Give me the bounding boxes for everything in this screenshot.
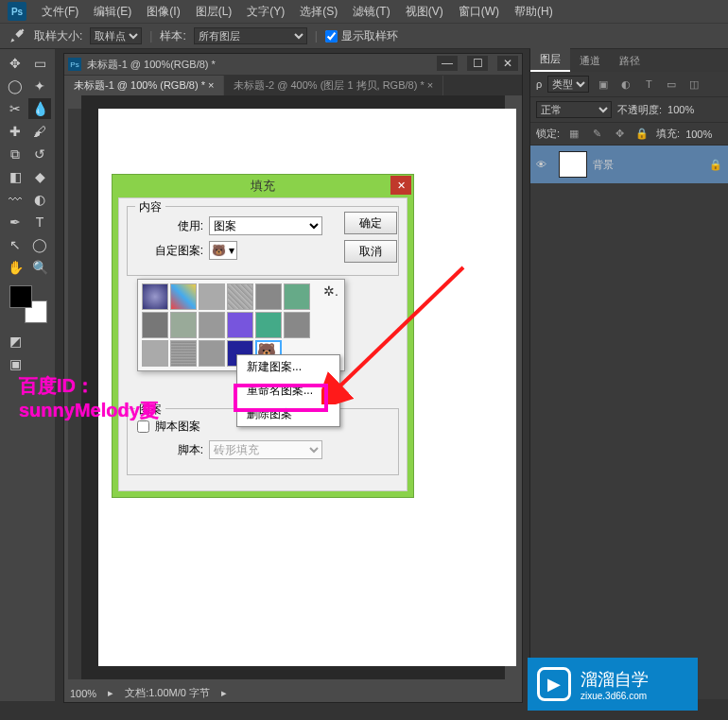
menu-edit[interactable]: 编辑(E) bbox=[86, 4, 139, 20]
wand-tool[interactable]: ✦ bbox=[28, 76, 51, 96]
menu-layer[interactable]: 图层(L) bbox=[188, 4, 240, 20]
script-label: 脚本: bbox=[137, 442, 203, 458]
doc-tab-2[interactable]: 未标题-2 @ 400% (图层 1 拷贝, RGB/8) * × bbox=[224, 76, 443, 95]
opacity-value[interactable]: 100% bbox=[667, 104, 694, 115]
sample-size-select[interactable]: 取样点 bbox=[90, 27, 142, 44]
ruler-left bbox=[68, 109, 81, 679]
pattern-legend: 图案 bbox=[135, 402, 165, 418]
pattern-thumb[interactable] bbox=[284, 283, 310, 310]
lasso-tool[interactable]: ◯ bbox=[4, 76, 26, 96]
menu-file[interactable]: 文件(F) bbox=[34, 4, 86, 20]
pattern-thumb[interactable] bbox=[199, 340, 225, 367]
tab-channels[interactable]: 通道 bbox=[570, 50, 610, 72]
lock-move-icon[interactable]: ✥ bbox=[611, 128, 628, 140]
pen-tool[interactable]: ✒ bbox=[4, 212, 26, 232]
pattern-thumb[interactable] bbox=[170, 283, 197, 310]
menu-type[interactable]: 文字(Y) bbox=[239, 4, 292, 20]
color-swatches[interactable] bbox=[9, 285, 47, 323]
use-select[interactable]: 图案 bbox=[209, 216, 322, 235]
move-tool[interactable]: ✥ bbox=[4, 53, 26, 74]
doc-close-button[interactable]: ✕ bbox=[497, 56, 518, 71]
screenmode-tool[interactable]: ▣ bbox=[4, 353, 26, 374]
doc-tab-1[interactable]: 未标题-1 @ 100% (RGB/8) * × bbox=[64, 76, 224, 95]
eraser-tool[interactable]: ◧ bbox=[4, 166, 26, 187]
path-tool[interactable]: ↖ bbox=[4, 234, 26, 255]
tab-paths[interactable]: 路径 bbox=[610, 50, 650, 72]
document-titlebar: Ps 未标题-1 @ 100%(RGB/8) * — ☐ ✕ bbox=[64, 54, 522, 75]
stamp-tool[interactable]: ⧉ bbox=[4, 144, 26, 164]
pattern-thumb[interactable] bbox=[255, 312, 282, 338]
pattern-thumb[interactable] bbox=[199, 312, 225, 338]
script-pattern-check[interactable] bbox=[137, 420, 149, 433]
menu-bar: Ps 文件(F) 编辑(E) 图像(I) 图层(L) 文字(Y) 选择(S) 滤… bbox=[0, 0, 728, 23]
text-tool[interactable]: T bbox=[28, 212, 51, 232]
menu-select[interactable]: 选择(S) bbox=[292, 4, 345, 20]
document-title: 未标题-1 @ 100%(RGB/8) * bbox=[87, 58, 216, 72]
doc-maximize-button[interactable]: ☐ bbox=[467, 56, 488, 71]
layer-thumbnail[interactable] bbox=[559, 151, 587, 178]
layer-filter-select[interactable]: 类型 bbox=[547, 76, 589, 93]
pattern-thumb[interactable] bbox=[170, 312, 197, 338]
pattern-thumb[interactable] bbox=[142, 340, 168, 367]
pattern-thumb[interactable] bbox=[255, 283, 282, 310]
gear-icon[interactable]: ✲. bbox=[323, 283, 338, 299]
menu-window[interactable]: 窗口(W) bbox=[451, 4, 507, 20]
chevron-right-icon[interactable]: ▸ bbox=[108, 687, 113, 699]
script-select[interactable]: 砖形填充 bbox=[209, 440, 322, 459]
lock-paint-icon[interactable]: ✎ bbox=[588, 128, 605, 140]
filter-shape-icon[interactable]: ▭ bbox=[663, 78, 680, 91]
blend-mode-select[interactable]: 正常 bbox=[536, 101, 612, 118]
zoom-readout[interactable]: 100% bbox=[70, 688, 96, 699]
pattern-thumb[interactable] bbox=[142, 312, 168, 338]
brand-badge: ▶ 溜溜自学 zixue.3d66.com bbox=[528, 658, 698, 711]
dialog-close-button[interactable]: ✕ bbox=[390, 176, 411, 195]
visibility-icon[interactable]: 👁 bbox=[536, 159, 553, 170]
tab-layers[interactable]: 图层 bbox=[530, 48, 570, 72]
filter-adjust-icon[interactable]: ◐ bbox=[617, 78, 634, 91]
doc-minimize-button[interactable]: — bbox=[437, 56, 458, 71]
shape-tool[interactable]: ◯ bbox=[28, 234, 51, 255]
zoom-tool[interactable]: 🔍 bbox=[28, 257, 51, 278]
crop-tool[interactable]: ✂ bbox=[4, 98, 26, 119]
menu-view[interactable]: 视图(V) bbox=[398, 4, 451, 20]
filter-image-icon[interactable]: ▣ bbox=[595, 78, 612, 91]
menu-help[interactable]: 帮助(H) bbox=[507, 4, 561, 20]
fill-value[interactable]: 100% bbox=[685, 129, 712, 140]
brush-tool[interactable]: 🖌 bbox=[28, 121, 51, 142]
pattern-thumb[interactable] bbox=[142, 283, 168, 310]
ctx-rename-pattern[interactable]: 重命名图案... bbox=[237, 379, 339, 403]
fill-dialog: 填充 ✕ 确定 取消 内容 使用: 图案 自定图案: 🐻 ▾ ✲. bbox=[112, 174, 414, 498]
show-ring-check[interactable]: 显示取样环 bbox=[325, 28, 398, 44]
doc-size-readout: 文档:1.00M/0 字节 bbox=[125, 686, 210, 700]
pattern-thumb[interactable] bbox=[227, 283, 253, 310]
hand-tool[interactable]: ✋ bbox=[4, 257, 26, 278]
history-brush-tool[interactable]: ↺ bbox=[28, 144, 51, 164]
menu-filter[interactable]: 滤镜(T) bbox=[345, 4, 397, 20]
blur-tool[interactable]: 〰 bbox=[4, 189, 26, 210]
dodge-tool[interactable]: ◐ bbox=[28, 189, 51, 210]
ctx-new-pattern[interactable]: 新建图案... bbox=[237, 355, 339, 379]
pattern-swatch[interactable]: 🐻 ▾ bbox=[209, 241, 237, 260]
eyedropper-tool[interactable]: 💧 bbox=[28, 98, 51, 119]
lock-trans-icon[interactable]: ▦ bbox=[565, 128, 582, 140]
ctx-delete-pattern[interactable]: 删除图案 bbox=[237, 403, 339, 426]
heal-tool[interactable]: ✚ bbox=[4, 121, 26, 142]
app-logo: Ps bbox=[8, 2, 26, 21]
lock-all-icon[interactable]: 🔒 bbox=[633, 128, 650, 140]
eyedropper-icon bbox=[8, 26, 26, 45]
lock-icon: 🔒 bbox=[709, 159, 722, 171]
layer-row[interactable]: 👁 背景 🔒 bbox=[530, 146, 728, 183]
quickmask-tool[interactable]: ◩ bbox=[4, 331, 26, 351]
rect-marquee-tool[interactable]: ▭ bbox=[28, 53, 51, 74]
menu-image[interactable]: 图像(I) bbox=[139, 4, 187, 20]
filter-smart-icon[interactable]: ◫ bbox=[685, 78, 702, 91]
sample-layer-select[interactable]: 所有图层 bbox=[194, 27, 307, 44]
pattern-thumb[interactable] bbox=[227, 312, 253, 338]
chevron-right-icon[interactable]: ▸ bbox=[221, 687, 227, 699]
script-pattern-label: 脚本图案 bbox=[155, 419, 200, 435]
pattern-thumb[interactable] bbox=[170, 340, 197, 367]
filter-text-icon[interactable]: T bbox=[640, 78, 657, 90]
pattern-thumb[interactable] bbox=[284, 312, 310, 338]
gradient-tool[interactable]: ◆ bbox=[28, 166, 51, 187]
pattern-thumb[interactable] bbox=[199, 283, 225, 310]
